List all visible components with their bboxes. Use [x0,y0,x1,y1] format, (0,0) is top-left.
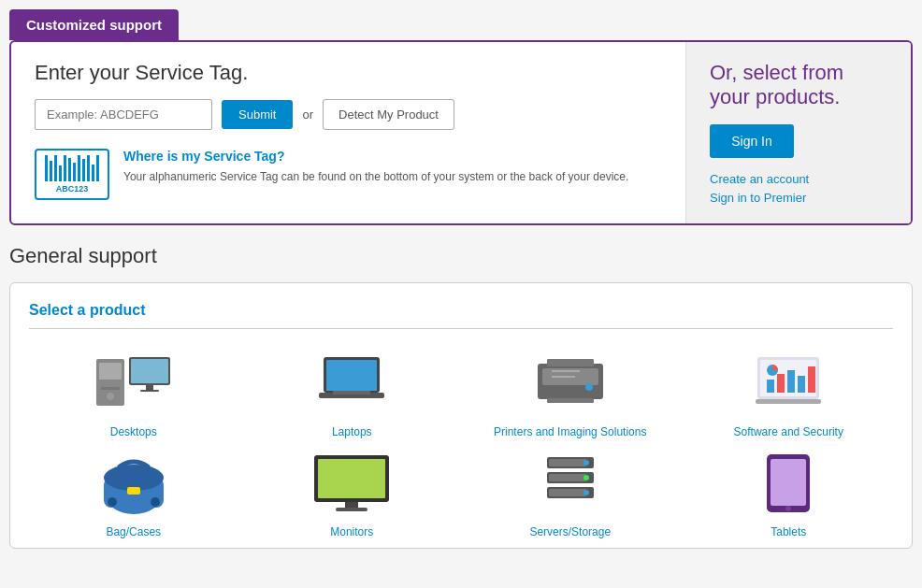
product-item-software[interactable]: Software and Security [684,348,894,438]
laptops-label: Laptops [332,425,372,438]
printer-icon [524,348,617,418]
svg-point-43 [583,475,589,480]
svg-rect-6 [146,385,153,390]
software-icon [742,348,835,418]
server-icon [524,448,617,518]
select-product-label: Select a product [29,302,893,319]
service-tag-info-body: Your alphanumeric Service Tag can be fou… [123,168,628,185]
svg-point-33 [151,497,160,507]
service-tag-input-row: Submit or Detect My Product [35,99,662,130]
monitor-icon [305,448,398,518]
svg-rect-7 [140,390,159,392]
servers-label: Servers/Storage [529,525,611,538]
svg-rect-22 [777,374,785,393]
desktop-icon [87,348,180,418]
svg-rect-35 [318,459,385,498]
svg-rect-24 [798,376,805,393]
svg-rect-36 [345,502,358,508]
svg-rect-5 [131,359,168,383]
svg-rect-14 [547,359,594,366]
create-account-link[interactable]: Create an account [710,172,887,186]
product-grid-row1: Desktops Laptops [29,348,893,438]
sign-in-button[interactable]: Sign In [710,124,794,158]
general-support-panel: Select a product [9,282,913,549]
product-item-monitors[interactable]: Monitors [248,448,457,538]
svg-rect-17 [552,370,580,372]
svg-rect-42 [549,474,586,481]
tablet-icon [742,448,835,518]
product-grid-row2: Bag/Cases Monitors [29,448,893,538]
product-item-bags[interactable]: Bag/Cases [29,448,238,538]
general-support-title: General support [9,244,913,268]
software-label: Software and Security [734,425,843,438]
service-tag-info-text: Where is my Service Tag? Your alphanumer… [123,149,628,185]
svg-rect-25 [808,366,815,393]
service-tag-info: ABC123 Where is my Service Tag? Your alp… [35,149,662,200]
service-tag-area: Enter your Service Tag. Submit or Detect… [11,42,686,223]
svg-rect-21 [767,380,774,393]
svg-point-40 [583,460,589,466]
svg-rect-39 [549,459,586,466]
bags-label: Bag/Cases [106,525,161,538]
submit-button[interactable]: Submit [222,100,293,129]
product-item-laptops[interactable]: Laptops [248,348,457,438]
product-item-tablets[interactable]: Tablets [684,448,894,538]
product-item-servers[interactable]: Servers/Storage [466,448,675,538]
product-item-printers[interactable]: Printers and Imaging Solutions [466,348,675,438]
svg-rect-1 [99,363,122,380]
svg-rect-27 [756,399,821,404]
or-separator: or [302,108,313,122]
svg-point-16 [585,383,593,391]
barcode-icon: ABC123 [35,149,109,200]
svg-point-32 [108,497,117,507]
product-divider [29,328,893,329]
service-tag-input[interactable] [35,99,212,130]
barcode-label: ABC123 [56,184,89,194]
bag-icon [87,448,180,518]
svg-rect-11 [333,391,370,394]
svg-rect-18 [552,376,575,378]
svg-point-49 [785,506,791,511]
svg-point-30 [104,465,164,491]
select-products-title: Or, select from your products. [710,61,887,110]
monitors-label: Monitors [330,525,373,538]
customized-support-section: Enter your Service Tag. Submit or Detect… [9,40,913,225]
svg-rect-45 [549,489,586,496]
desktops-label: Desktops [110,425,157,438]
svg-rect-48 [771,459,806,506]
product-item-desktops[interactable]: Desktops [29,348,238,438]
tablets-label: Tablets [771,525,806,538]
svg-rect-23 [787,370,795,393]
service-tag-title: Enter your Service Tag. [35,61,662,85]
laptop-icon [305,348,398,418]
svg-rect-31 [127,487,140,495]
detect-product-button[interactable]: Detect My Product [323,99,454,130]
svg-rect-9 [326,360,377,391]
sign-in-premier-link[interactable]: Sign in to Premier [710,191,887,205]
barcode-lines [45,155,99,181]
printers-label: Printers and Imaging Solutions [494,425,646,438]
svg-point-2 [107,393,114,400]
svg-rect-3 [101,387,120,390]
svg-point-46 [583,490,589,495]
customized-support-banner: Customized support [9,9,179,40]
svg-rect-37 [336,508,367,511]
select-products-area: Or, select from your products. Sign In C… [686,42,911,223]
service-tag-info-title: Where is my Service Tag? [123,149,628,164]
right-panel-links: Create an account Sign in to Premier [710,172,887,205]
svg-rect-15 [547,398,594,403]
